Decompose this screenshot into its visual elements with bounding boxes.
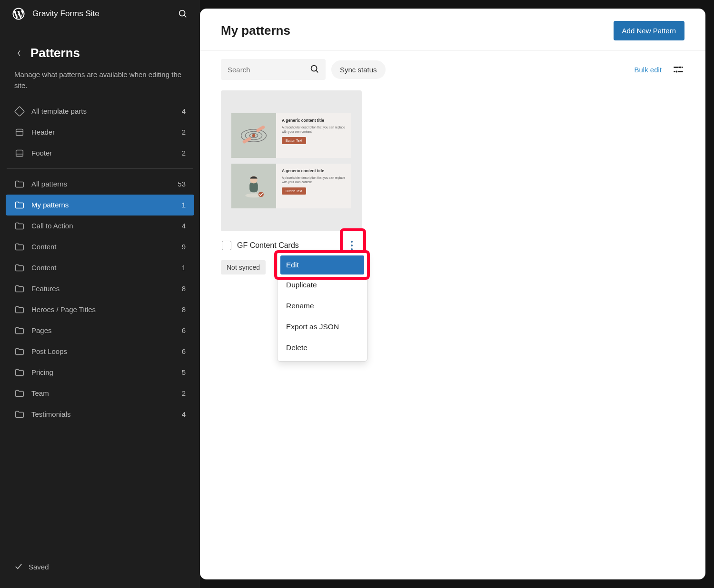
header-icon <box>14 127 25 137</box>
section-header: Patterns <box>0 28 200 64</box>
search-field <box>221 59 326 80</box>
sidebar-item-label: Heroes / Page Titles <box>31 305 175 314</box>
sidebar-item-pattern-group[interactable]: All patterns53 <box>6 174 194 195</box>
svg-point-24 <box>351 245 353 246</box>
sidebar-item-count: 2 <box>182 128 186 136</box>
sync-status-filter[interactable]: Sync status <box>331 60 386 79</box>
folder-icon <box>14 409 25 420</box>
settings-icon[interactable] <box>672 63 684 76</box>
preview-card-text: A generic content title A placeholder de… <box>276 113 351 158</box>
folder-icon <box>14 367 25 378</box>
sidebar-item-pattern-group[interactable]: Features8 <box>6 278 194 299</box>
toolbar: Sync status Bulk edit <box>200 50 705 80</box>
sidebar-item-count: 1 <box>182 201 186 209</box>
sidebar-item-count: 4 <box>182 107 186 115</box>
sidebar-item-count: 9 <box>182 243 186 251</box>
toolbar-right: Bulk edit <box>634 63 684 76</box>
dropdown-item[interactable]: Duplicate <box>278 274 367 295</box>
sidebar-item-footer[interactable]: Footer 2 <box>6 143 194 164</box>
folder-icon <box>14 304 25 315</box>
svg-line-8 <box>316 70 318 72</box>
preview-illustration-icon <box>231 164 276 208</box>
svg-point-11 <box>679 66 681 69</box>
sidebar-item-pattern-group[interactable]: My patterns1 <box>6 195 194 216</box>
svg-rect-5 <box>16 150 23 156</box>
sidebar-item-pattern-group[interactable]: Pricing5 <box>6 362 194 383</box>
sidebar-item-pattern-group[interactable]: Heroes / Page Titles8 <box>6 299 194 320</box>
pattern-checkbox[interactable] <box>222 241 231 250</box>
sidebar-item-count: 8 <box>182 284 186 293</box>
preview-card-row: A generic content title A placeholder de… <box>231 164 351 208</box>
template-icon <box>14 106 25 117</box>
sidebar-item-all-template-parts[interactable]: All template parts 4 <box>6 101 194 122</box>
sidebar-item-label: All template parts <box>31 107 175 115</box>
folder-icon <box>14 200 25 210</box>
dropdown-item[interactable]: Edit <box>280 255 364 274</box>
preview-card-text: A generic content title A placeholder de… <box>276 164 351 208</box>
sidebar-item-pattern-group[interactable]: Call to Action4 <box>6 216 194 236</box>
pattern-name[interactable]: GF Content Cards <box>237 241 337 250</box>
preview-desc: A placeholder description that you can r… <box>282 176 346 185</box>
sidebar-item-pattern-group[interactable]: Content1 <box>6 257 194 278</box>
sidebar-item-count: 4 <box>182 410 186 418</box>
dropdown-item[interactable]: Export as JSON <box>278 316 367 337</box>
bulk-edit-link[interactable]: Bulk edit <box>634 66 662 74</box>
svg-point-12 <box>675 70 678 73</box>
folder-icon <box>14 388 25 399</box>
sidebar-item-count: 8 <box>182 305 186 314</box>
sidebar-item-count: 1 <box>182 264 186 272</box>
sidebar-item-header[interactable]: Header 2 <box>6 122 194 143</box>
topbar-left: Gravity Forms Site <box>11 7 99 21</box>
add-new-pattern-button[interactable]: Add New Pattern <box>614 21 684 40</box>
sidebar-item-label: Footer <box>31 149 175 157</box>
footer-icon <box>14 148 25 158</box>
sidebar-item-label: Testimonials <box>31 410 175 418</box>
divider <box>7 168 193 169</box>
folder-icon <box>14 242 25 252</box>
sidebar-item-pattern-group[interactable]: Pages6 <box>6 320 194 341</box>
patterns-grid: A generic content title A placeholder de… <box>200 80 705 285</box>
site-name[interactable]: Gravity Forms Site <box>32 9 99 19</box>
sidebar-item-pattern-group[interactable]: Content9 <box>6 236 194 257</box>
svg-rect-2 <box>15 106 25 116</box>
sidebar-item-count: 4 <box>182 222 186 230</box>
sidebar-item-pattern-group[interactable]: Post Loops6 <box>6 341 194 362</box>
svg-point-7 <box>311 66 317 71</box>
sidebar-item-pattern-group[interactable]: Testimonials4 <box>6 404 194 425</box>
svg-point-23 <box>351 241 353 243</box>
wordpress-logo-icon[interactable] <box>11 7 26 21</box>
svg-line-1 <box>184 15 186 17</box>
svg-point-0 <box>179 10 185 16</box>
toolbar-left: Sync status <box>221 59 386 80</box>
svg-rect-18 <box>256 125 265 133</box>
sidebar-item-count: 53 <box>178 180 186 188</box>
pattern-card: A generic content title A placeholder de… <box>221 90 362 274</box>
sidebar-item-label: Content <box>31 264 175 272</box>
sidebar-item-label: Post Loops <box>31 347 175 355</box>
sidebar-item-label: Features <box>31 284 175 293</box>
sidebar-item-label: All patterns <box>31 180 171 188</box>
topbar: Gravity Forms Site <box>0 0 200 28</box>
preview-title: A generic content title <box>282 168 346 173</box>
search-icon[interactable] <box>177 8 188 20</box>
sidebar-item-label: My patterns <box>31 201 175 209</box>
dropdown-item[interactable]: Delete <box>278 337 367 358</box>
search-icon[interactable] <box>309 64 321 75</box>
page-title: My patterns <box>221 23 290 38</box>
check-icon <box>14 562 23 572</box>
svg-point-16 <box>252 134 256 137</box>
status-label: Saved <box>29 563 49 571</box>
actions-dropdown: EditDuplicateRenameExport as JSONDelete <box>277 252 367 362</box>
preview-card-row: A generic content title A placeholder de… <box>231 113 351 158</box>
preview-title: A generic content title <box>282 118 346 123</box>
pattern-preview[interactable]: A generic content title A placeholder de… <box>221 90 362 231</box>
main-header: My patterns Add New Pattern <box>200 9 705 50</box>
back-button[interactable] <box>14 49 24 58</box>
dropdown-item[interactable]: Rename <box>278 295 367 316</box>
svg-point-25 <box>351 248 353 250</box>
main-content: My patterns Add New Pattern Sync status … <box>200 9 705 579</box>
pattern-groups-list: All patterns53My patterns1Call to Action… <box>0 174 200 425</box>
sidebar-title: Patterns <box>30 46 80 60</box>
sidebar-item-pattern-group[interactable]: Team2 <box>6 383 194 404</box>
preview-illustration-icon <box>231 113 276 158</box>
